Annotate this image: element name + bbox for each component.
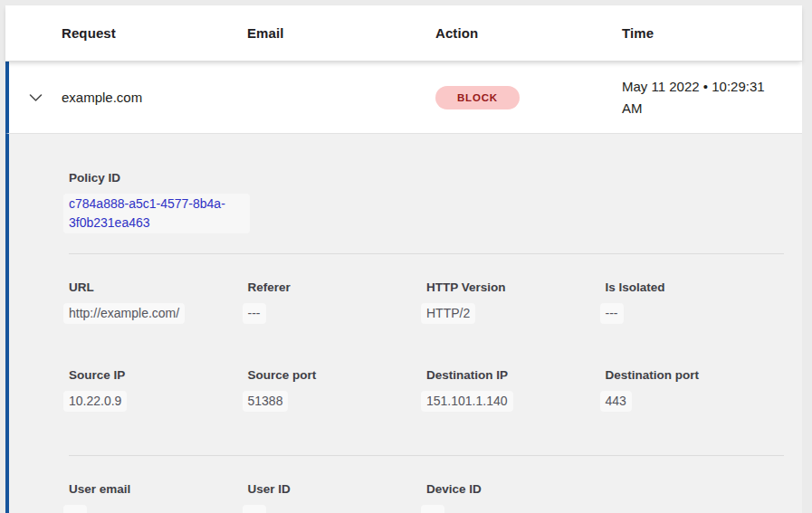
field-label: Destination IP <box>426 367 591 384</box>
field-empty <box>606 481 785 513</box>
expand-row-toggle[interactable] <box>9 93 62 102</box>
field-label: User email <box>69 481 234 498</box>
field-source-port: Source port 51388 <box>248 367 427 412</box>
field-label: User ID <box>248 481 413 498</box>
field-value: 443 <box>606 391 770 412</box>
request-log-table: Request Email Action Time example.com BL… <box>5 5 802 513</box>
request-cell: example.com <box>62 90 247 105</box>
field-label: Is Isolated <box>606 280 770 296</box>
detail-row-network: Source IP 10.22.0.9 Source port 51388 De… <box>69 367 784 412</box>
field-value: 10.22.0.9 <box>69 391 234 412</box>
section-divider <box>69 253 784 254</box>
field-policy-id: Policy ID c784a888-a5c1-4577-8b4a-3f0b23… <box>69 170 250 233</box>
field-referer: Referer --- <box>248 280 427 324</box>
section-divider <box>69 455 784 456</box>
row-detail-panel: Policy ID c784a888-a5c1-4577-8b4a-3f0b23… <box>5 134 802 513</box>
policy-id-link[interactable]: c784a888-a5c1-4577-8b4a-3f0b231ea463 <box>63 194 250 233</box>
column-header-email: Email <box>247 25 435 41</box>
field-value: --- <box>69 505 234 513</box>
action-cell: BLOCK <box>435 86 622 109</box>
detail-row-http: URL http://example.com/ Referer --- HTTP… <box>69 280 784 324</box>
field-value: http://example.com/ <box>69 303 234 324</box>
column-header-time: Time <box>622 25 802 41</box>
field-label: URL <box>69 280 234 296</box>
field-user-email: User email --- <box>69 481 248 513</box>
field-value: --- <box>606 303 770 324</box>
field-value: 151.101.1.140 <box>426 391 591 412</box>
field-device-id: Device ID --- <box>426 481 606 513</box>
field-value: --- <box>248 505 413 513</box>
field-destination-port: Destination port 443 <box>606 367 785 412</box>
field-destination-ip: Destination IP 151.101.1.140 <box>426 367 606 412</box>
field-http-version: HTTP Version HTTP/2 <box>426 280 606 324</box>
field-user-id: User ID --- <box>248 481 427 513</box>
field-is-isolated: Is Isolated --- <box>606 280 785 324</box>
detail-row-user: User email --- User ID --- Device ID --- <box>69 481 784 513</box>
field-label: Source port <box>248 367 413 384</box>
field-label: Source IP <box>69 367 234 384</box>
field-label: HTTP Version <box>426 280 591 296</box>
field-url: URL http://example.com/ <box>69 280 248 324</box>
chevron-down-icon <box>29 93 43 102</box>
status-badge: BLOCK <box>435 86 520 109</box>
column-header-action: Action <box>435 25 622 41</box>
column-header-request: Request <box>62 25 247 41</box>
field-value: --- <box>248 303 413 324</box>
field-label: Device ID <box>426 481 591 498</box>
field-label: Referer <box>248 280 413 296</box>
table-row[interactable]: example.com BLOCK May 11 2022 • 10:29:31… <box>5 62 802 134</box>
field-value: --- <box>426 505 591 513</box>
table-header-row: Request Email Action Time <box>5 5 802 62</box>
field-source-ip: Source IP 10.22.0.9 <box>69 367 248 412</box>
time-cell: May 11 2022 • 10:29:31 AM <box>622 76 802 119</box>
field-label: Policy ID <box>69 170 250 186</box>
field-value: 51388 <box>248 391 413 412</box>
field-value: HTTP/2 <box>426 303 591 324</box>
field-label: Destination port <box>606 367 770 384</box>
